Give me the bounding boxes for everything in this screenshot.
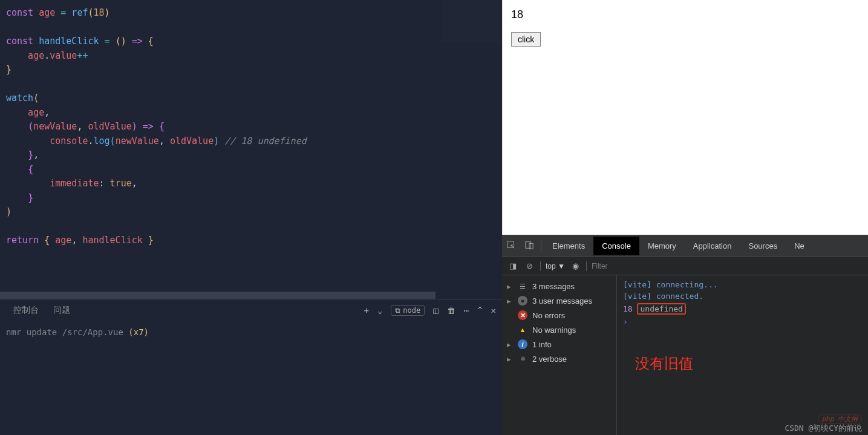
sidebar-user-messages[interactable]: ▸●3 user messages [502, 293, 616, 308]
sidebar-messages[interactable]: ▸☰3 messages [502, 279, 616, 293]
terminal-body[interactable]: nmr update /src/App.vue (x7) [0, 321, 502, 435]
tab-network[interactable]: Ne [786, 237, 813, 255]
close-icon[interactable]: ✕ [491, 306, 496, 315]
tab-sources[interactable]: Sources [740, 237, 786, 255]
tab-memory[interactable]: Memory [639, 237, 685, 255]
minimap[interactable] [442, 0, 502, 42]
eye-icon[interactable]: ◉ [570, 261, 581, 270]
trash-icon[interactable]: 🗑 [447, 306, 455, 315]
panel-tools: + ⌄ ⧉ node ◫ 🗑 ⋯ ^ ✕ [364, 305, 496, 316]
console-sidebar: ▸☰3 messages ▸●3 user messages ✕No error… [502, 275, 617, 435]
more-icon[interactable]: ⋯ [464, 306, 469, 315]
panel-tabs: 控制台 问题 + ⌄ ⧉ node ◫ 🗑 ⋯ ^ ✕ [0, 299, 502, 321]
tab-elements[interactable]: Elements [544, 237, 593, 255]
tab-terminal[interactable]: 控制台 [6, 301, 46, 319]
browser-preview: 18 click [502, 0, 868, 235]
devtools-toolbar: ◨ ⊘ top ▼ ◉ [502, 257, 868, 275]
annotation-text: 没有旧值 [635, 354, 693, 373]
hmr-output: nmr update /src/App.vue (x7) [6, 327, 149, 337]
bottom-panel: 控制台 问题 + ⌄ ⧉ node ◫ 🗑 ⋯ ^ ✕ nmr update /… [0, 299, 502, 435]
code-editor[interactable]: const age = ref(18) const handleClick = … [0, 0, 502, 292]
click-button[interactable]: click [511, 32, 541, 47]
right-pane: 18 click Elements Console Memory Applica… [502, 0, 868, 435]
preview-value: 18 [511, 8, 860, 21]
chevron-up-icon[interactable]: ^ [477, 306, 482, 315]
sidebar-verbose[interactable]: ▸✱2 verbose [502, 352, 616, 366]
console-line: 18 undefined [623, 302, 862, 316]
devtools-tabbar: Elements Console Memory Application Sour… [502, 235, 868, 257]
tab-application[interactable]: Application [685, 237, 740, 255]
console-output[interactable]: [vite] connecting... [vite] connected. 1… [617, 275, 868, 435]
scrollbar-thumb[interactable] [0, 292, 436, 299]
tab-console[interactable]: Console [593, 237, 639, 255]
chevron-down-icon[interactable]: ⌄ [377, 306, 382, 315]
console-line: [vite] connected. [623, 290, 862, 302]
plus-icon[interactable]: + [364, 306, 368, 315]
sidebar-warnings[interactable]: ▲No warnings [502, 322, 616, 337]
split-icon[interactable]: ◫ [433, 306, 438, 315]
console-line: [vite] connecting... [623, 279, 862, 290]
editor-pane: const age = ref(18) const handleClick = … [0, 0, 502, 435]
terminal-badge[interactable]: ⧉ node [391, 305, 425, 316]
devtools: Elements Console Memory Application Sour… [502, 235, 868, 435]
console-sidebar-toggle-icon[interactable]: ◨ [507, 261, 519, 270]
filter-input[interactable] [592, 262, 863, 270]
context-selector[interactable]: top ▼ [546, 262, 565, 270]
tab-problems[interactable]: 问题 [46, 301, 77, 319]
watermark-csdn: CSDN @初映CY的前说 [785, 423, 862, 434]
highlight-box: undefined [637, 303, 685, 315]
devtools-body: ▸☰3 messages ▸●3 user messages ✕No error… [502, 275, 868, 435]
device-icon[interactable] [520, 241, 538, 251]
console-prompt[interactable]: › [623, 316, 862, 327]
clear-console-icon[interactable]: ⊘ [524, 261, 535, 270]
svg-rect-1 [526, 242, 531, 249]
horizontal-scrollbar[interactable] [0, 292, 502, 299]
sidebar-errors[interactable]: ✕No errors [502, 308, 616, 322]
sidebar-info[interactable]: ▸i1 info [502, 337, 616, 352]
inspect-icon[interactable] [502, 241, 520, 251]
